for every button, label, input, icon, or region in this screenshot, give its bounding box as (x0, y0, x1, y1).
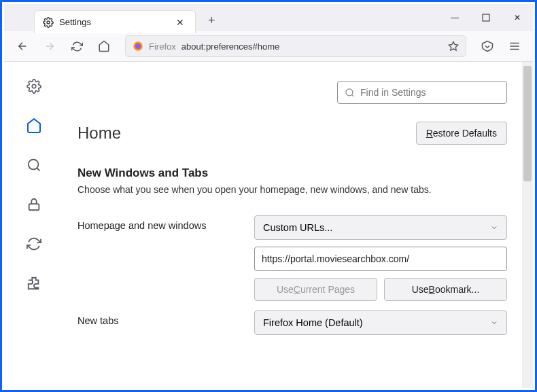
scrollbar[interactable] (522, 62, 533, 388)
url-path: about:preferences#home (181, 41, 280, 52)
pocket-button[interactable] (476, 35, 499, 58)
minimize-button[interactable]: — (439, 4, 470, 31)
sidebar-item-search[interactable] (22, 153, 46, 177)
firefox-icon (133, 41, 143, 52)
newtabs-label: New tabs (77, 310, 241, 326)
homepage-label: Homepage and new windows (77, 215, 241, 231)
svg-rect-11 (29, 204, 39, 210)
gear-icon (43, 17, 54, 28)
url-host: Firefox (149, 41, 176, 52)
svg-point-12 (346, 88, 353, 95)
search-icon (345, 88, 355, 98)
appmenu-button[interactable] (503, 35, 526, 58)
section-heading: New Windows and Tabs (77, 166, 507, 180)
restore-defaults-button[interactable]: Restore Defaults (416, 122, 507, 145)
sidebar-item-extensions[interactable] (22, 271, 46, 296)
sidebar-item-privacy[interactable] (22, 192, 46, 217)
svg-marker-4 (449, 41, 457, 50)
svg-point-3 (135, 43, 141, 49)
sidebar-item-general[interactable] (22, 74, 46, 99)
svg-rect-1 (483, 14, 489, 21)
close-icon[interactable]: ✕ (173, 16, 187, 29)
sidebar-item-home[interactable] (22, 113, 46, 138)
use-current-pages-button[interactable]: Use Current Pages (254, 278, 377, 301)
homepage-select-value: Custom URLs... (263, 222, 332, 233)
svg-line-10 (37, 168, 39, 171)
titlebar: Settings ✕ + — ✕ (4, 4, 533, 31)
sidebar-item-sync[interactable] (22, 232, 46, 256)
sidebar (4, 62, 64, 388)
chevron-down-icon (490, 224, 498, 232)
scroll-thumb[interactable] (523, 66, 532, 181)
newtabs-select-value: Firefox Home (Default) (263, 317, 363, 328)
chevron-down-icon (490, 319, 498, 327)
main: Find in Settings Home Restore Defaults N… (64, 62, 533, 388)
search-settings-input[interactable]: Find in Settings (337, 81, 507, 104)
section-desc: Choose what you see when you open your h… (77, 184, 507, 195)
use-bookmark-button[interactable]: Use Bookmark... (384, 278, 507, 301)
back-button[interactable] (11, 35, 34, 58)
home-button[interactable] (92, 35, 116, 58)
search-placeholder: Find in Settings (360, 87, 426, 98)
homepage-url-input[interactable] (254, 247, 507, 271)
homepage-select[interactable]: Custom URLs... (254, 215, 507, 240)
page-title: Home (77, 124, 121, 143)
url-bar[interactable]: Firefox about:preferences#home (125, 35, 466, 57)
bookmark-icon[interactable] (448, 41, 459, 52)
forward-button[interactable] (38, 35, 61, 58)
maximize-button[interactable] (470, 4, 502, 31)
toolbar: Firefox about:preferences#home (4, 31, 533, 62)
svg-line-13 (351, 94, 353, 96)
svg-point-0 (47, 21, 50, 24)
close-window-button[interactable]: ✕ (502, 4, 533, 31)
newtabs-select[interactable]: Firefox Home (Default) (254, 310, 507, 335)
tab-settings[interactable]: Settings ✕ (34, 10, 196, 33)
reload-button[interactable] (65, 35, 88, 58)
newtab-button[interactable]: + (203, 11, 221, 31)
svg-point-9 (29, 160, 39, 170)
svg-point-8 (32, 84, 36, 88)
tab-label: Settings (59, 17, 168, 27)
